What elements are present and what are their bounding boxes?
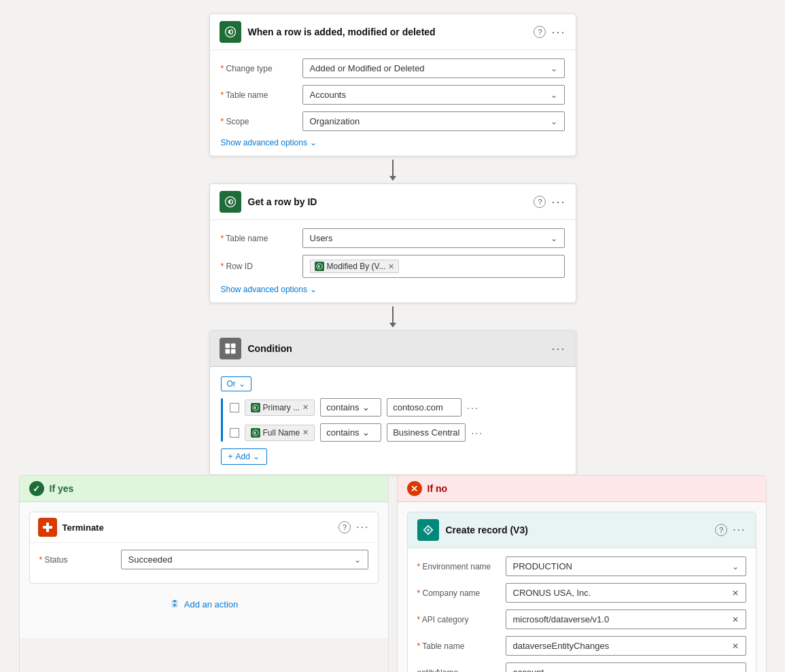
scope-row: Scope Organization ⌄ [221, 111, 565, 131]
trigger-body: Change type Added or Modified or Deleted… [210, 50, 576, 156]
status-chevron: ⌄ [354, 555, 361, 565]
get-row-help-icon[interactable]: ? [534, 196, 546, 208]
condition-select-2[interactable]: contains ⌄ [320, 423, 381, 442]
branch-yes-body: Terminate ? ··· Status Succeeded ⌄ [20, 502, 388, 638]
scope-chevron: ⌄ [551, 117, 557, 126]
add-action-button[interactable]: Add an action [29, 595, 379, 614]
create-table-name-value: dataverseEntityChanges [513, 641, 610, 651]
get-row-card: Get a row by ID ? ··· Table name Users ⌄… [209, 183, 576, 303]
trigger-actions: ? ··· [534, 25, 565, 39]
condition-value-2[interactable]: Business Central [387, 423, 466, 442]
status-select[interactable]: Succeeded ⌄ [121, 550, 368, 569]
row-id-input[interactable]: Modified By (V... ✕ [302, 255, 565, 278]
condition-row-2-dots[interactable]: ··· [471, 427, 483, 438]
condition-header: Condition ··· [210, 331, 576, 367]
table-name-value: Accounts [310, 90, 346, 100]
env-name-label: Environment name [417, 562, 506, 571]
trigger-show-advanced[interactable]: Show advanced options ⌄ [221, 138, 565, 147]
condition-row-2: Full Name ✕ contains ⌄ Business Central … [230, 423, 565, 442]
terminate-help-icon[interactable]: ? [338, 521, 351, 533]
api-category-clear[interactable]: ✕ [732, 615, 739, 624]
create-record-help-icon[interactable]: ? [715, 524, 727, 536]
env-name-select[interactable]: PRODUCTION ⌄ [506, 556, 746, 576]
trigger-icon [220, 21, 241, 43]
terminate-dots-menu[interactable]: ··· [356, 521, 369, 533]
company-name-clear[interactable]: ✕ [732, 588, 739, 598]
create-record-card: Create record (V3) ? ··· Environment nam… [407, 512, 756, 672]
condition-title: Condition [248, 343, 552, 354]
condition-items: Primary ... ✕ contains ⌄ contoso.com ··· [230, 398, 565, 442]
get-row-show-advanced[interactable]: Show advanced options ⌄ [221, 285, 565, 294]
table-name-label: Table name [221, 90, 302, 100]
get-row-advanced-chevron: ⌄ [310, 285, 317, 294]
get-table-name-row: Table name Users ⌄ [221, 228, 565, 248]
get-row-body: Table name Users ⌄ Row ID [210, 220, 576, 302]
condition-select-1[interactable]: contains ⌄ [320, 398, 381, 417]
get-row-actions: ? ··· [534, 195, 565, 209]
condition-checkbox-1[interactable] [230, 403, 239, 412]
scope-value: Organization [310, 116, 360, 126]
or-button[interactable]: Or ⌄ [221, 376, 251, 391]
change-type-value: Added or Modified or Deleted [310, 63, 425, 73]
blue-bar [221, 398, 223, 442]
env-name-value: PRODUCTION [513, 561, 572, 571]
condition-icon [220, 338, 241, 359]
company-name-row: Company name CRONUS USA, Inc. ✕ [417, 583, 746, 603]
change-type-row: Change type Added or Modified or Deleted… [221, 58, 565, 78]
api-category-input[interactable]: microsoft/dataverse/v1.0 ✕ [506, 609, 746, 629]
company-name-value: CRONUS USA, Inc. [513, 588, 591, 598]
change-type-select[interactable]: Added or Modified or Deleted ⌄ [302, 58, 565, 78]
table-name-row: Table name Accounts ⌄ [221, 85, 565, 105]
condition-row-1: Primary ... ✕ contains ⌄ contoso.com ··· [230, 398, 565, 417]
create-table-name-input[interactable]: dataverseEntityChanges ✕ [506, 636, 746, 656]
get-row-dots-menu[interactable]: ··· [551, 195, 565, 209]
condition-left-bar: Primary ... ✕ contains ⌄ contoso.com ··· [221, 398, 565, 442]
terminate-header: Terminate ? ··· [30, 512, 378, 543]
get-table-name-select[interactable]: Users ⌄ [302, 228, 565, 248]
create-record-body: Environment name PRODUCTION ⌄ Company na… [408, 548, 756, 672]
create-record-dots-menu[interactable]: ··· [733, 524, 746, 536]
condition-tag-2-x[interactable]: ✕ [302, 428, 309, 437]
condition-tag-1-x[interactable]: ✕ [302, 403, 309, 412]
table-name-select[interactable]: Accounts ⌄ [302, 85, 565, 105]
condition-tag-1-text: Primary ... [263, 403, 300, 412]
status-value: Succeeded [128, 554, 173, 565]
branch-no-header: ✕ If no [398, 476, 766, 502]
trigger-help-icon[interactable]: ? [534, 26, 546, 38]
trigger-header: When a row is added, modified or deleted… [210, 14, 576, 50]
add-button[interactable]: + Add ⌄ [221, 448, 267, 465]
condition-tag-icon-2 [251, 428, 260, 438]
arrow-line-2 [392, 306, 394, 323]
entity-name-label: entityName [417, 668, 506, 673]
create-record-header: Create record (V3) ? ··· [408, 512, 756, 548]
row-id-tag-x[interactable]: ✕ [388, 262, 394, 271]
svg-rect-5 [225, 349, 230, 354]
branch-yes-icon: ✓ [29, 481, 44, 496]
entity-name-input[interactable]: account [506, 662, 746, 672]
company-name-label: Company name [417, 588, 506, 598]
arrow-1 [389, 156, 396, 183]
create-table-name-clear[interactable]: ✕ [732, 641, 739, 651]
trigger-dots-menu[interactable]: ··· [551, 25, 565, 39]
svg-rect-6 [230, 349, 235, 354]
get-row-header: Get a row by ID ? ··· [210, 184, 576, 220]
get-table-name-value: Users [310, 233, 333, 243]
split-section: ✓ If yes Terminate ? [19, 475, 767, 672]
condition-value-1[interactable]: contoso.com [387, 398, 461, 417]
arrow-line-1 [392, 160, 394, 176]
condition-checkbox-2[interactable] [230, 428, 239, 438]
condition-actions: ··· [551, 342, 565, 356]
branch-no-icon: ✕ [407, 481, 422, 496]
create-record-actions: ? ··· [715, 524, 746, 536]
company-name-input[interactable]: CRONUS USA, Inc. ✕ [506, 583, 746, 603]
branch-no-panel: ✕ If no Create [397, 475, 767, 672]
scope-select[interactable]: Organization ⌄ [302, 111, 565, 131]
api-category-row: API category microsoft/dataverse/v1.0 ✕ [417, 609, 746, 629]
condition-dots-menu[interactable]: ··· [551, 342, 565, 356]
branch-yes-label: If yes [50, 483, 74, 494]
svg-rect-4 [230, 344, 235, 349]
condition-row-1-dots[interactable]: ··· [467, 402, 479, 413]
trigger-advanced-chevron: ⌄ [310, 138, 317, 147]
row-id-tag-text: Modified By (V... [327, 262, 386, 271]
svg-rect-10 [46, 523, 49, 532]
